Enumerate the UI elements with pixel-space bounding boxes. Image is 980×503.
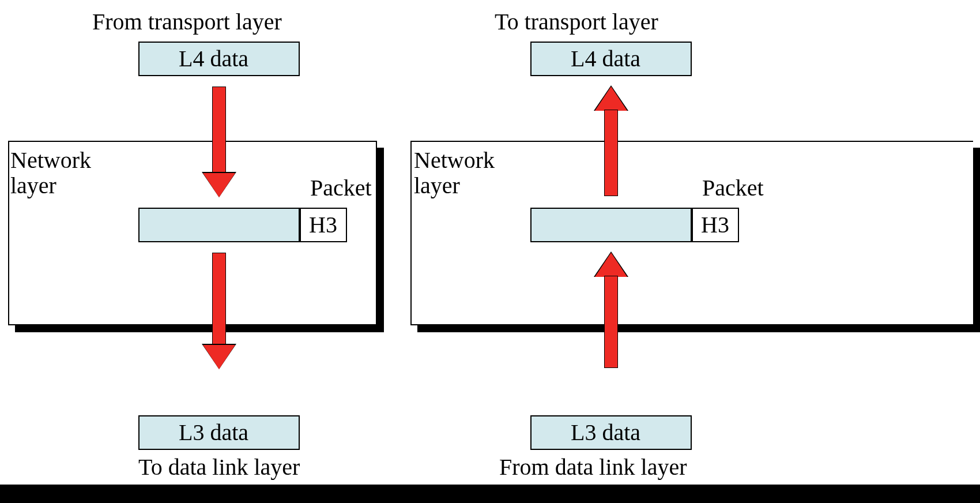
left-bottom-label: To data link layer bbox=[138, 455, 300, 480]
right-network-layer-label: Network layer bbox=[414, 148, 495, 198]
right-packet-payload bbox=[530, 208, 692, 242]
bottom-background bbox=[0, 485, 980, 503]
right-l4-label: L4 data bbox=[571, 46, 640, 72]
left-l4-label: L4 data bbox=[179, 46, 248, 72]
left-arrow-1-down bbox=[203, 87, 235, 196]
left-top-label: From transport layer bbox=[92, 9, 282, 35]
right-h3-label: H3 bbox=[701, 212, 729, 238]
left-network-layer-label: Network layer bbox=[10, 148, 91, 198]
diagram-canvas: From transport layer L4 data Packet H3 L… bbox=[0, 0, 980, 503]
right-bottom-label: From data link layer bbox=[499, 455, 687, 480]
left-h3-label: H3 bbox=[309, 212, 337, 238]
right-packet-label: Packet bbox=[702, 175, 764, 201]
right-arrow-2-up bbox=[595, 253, 627, 368]
left-arrow-2-down bbox=[203, 253, 235, 368]
left-packet-label: Packet bbox=[310, 175, 372, 201]
left-packet-payload bbox=[138, 208, 300, 242]
right-l3-label: L3 data bbox=[571, 420, 640, 445]
left-l3-label: L3 data bbox=[179, 420, 248, 445]
right-arrow-1-up bbox=[595, 87, 627, 196]
right-top-label: To transport layer bbox=[495, 9, 658, 35]
